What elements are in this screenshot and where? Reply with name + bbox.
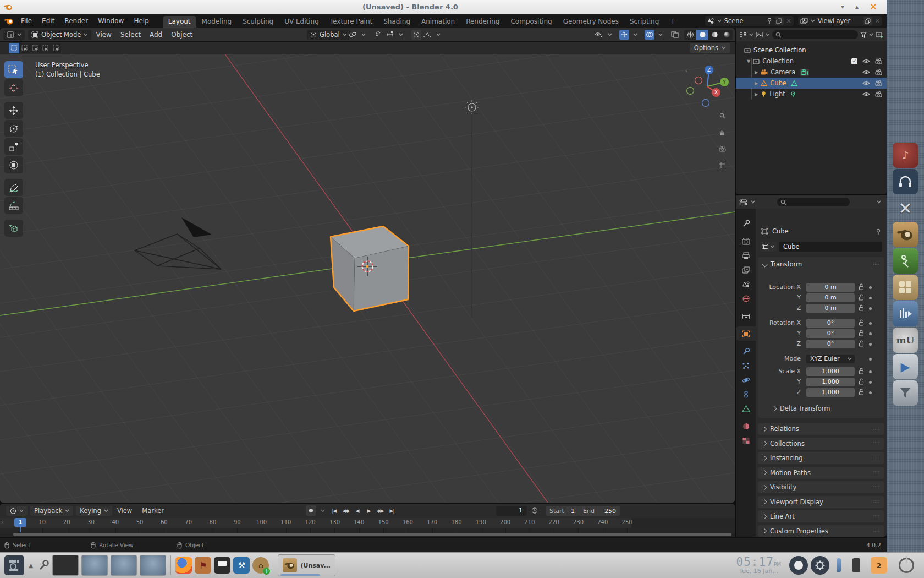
pin-icon[interactable] <box>767 18 772 24</box>
workspace-tab-sculpting[interactable]: Sculpting <box>237 16 279 28</box>
viewlayer-selector[interactable]: ViewLayer ✕ <box>798 16 882 26</box>
value-field[interactable]: 1.000 <box>806 388 855 397</box>
workspace-tab-layout[interactable]: Layout <box>163 16 196 28</box>
eye-icon[interactable] <box>862 58 870 64</box>
properties-tab-output[interactable] <box>736 248 756 263</box>
taskbar-window-button[interactable]: (Unsav... <box>278 554 336 576</box>
timeline-menu-playback[interactable]: Playback <box>30 506 73 516</box>
next-keyframe-button[interactable]: ◆▶ <box>375 505 386 516</box>
workspace-tab-shading[interactable]: Shading <box>378 16 416 28</box>
eye-icon[interactable] <box>862 80 870 86</box>
workspace-tab-rendering[interactable]: Rendering <box>460 16 505 28</box>
animate-dot-icon[interactable] <box>869 322 872 325</box>
workspace-tab-compositing[interactable]: Compositing <box>505 16 557 28</box>
material-shading-icon[interactable] <box>708 30 721 40</box>
animate-dot-icon[interactable] <box>869 297 872 299</box>
transform-panel-title[interactable]: Transform <box>771 260 802 268</box>
plug-tray-icon[interactable] <box>853 558 860 572</box>
timeline-editor-type-button[interactable] <box>6 506 28 516</box>
panel-custom-properties[interactable]: Custom Properties∷∷ <box>758 525 884 537</box>
disclosure-triangle-icon[interactable]: ▶ <box>755 92 758 97</box>
timeline-ruler[interactable]: 1020304050607080901001101201301401501601… <box>0 518 735 528</box>
properties-tab-render[interactable] <box>736 234 756 248</box>
play-button[interactable]: ▶ <box>364 505 374 516</box>
xray-toggle-icon[interactable] <box>670 30 680 40</box>
workspace-tab-geometry-nodes[interactable]: Geometry Nodes <box>558 16 624 28</box>
id-type-button[interactable] <box>760 242 777 252</box>
properties-tab-tool[interactable] <box>736 216 756 231</box>
scrollbar-thumb[interactable] <box>13 533 732 536</box>
zoom-icon[interactable] <box>716 110 728 122</box>
disclosure-triangle-icon[interactable]: ▶ <box>755 70 758 75</box>
timeline-scrollbar[interactable] <box>0 532 735 537</box>
panel-instancing[interactable]: Instancing∷∷ <box>758 452 884 464</box>
properties-tab-material[interactable] <box>736 419 756 433</box>
use-preview-range-icon[interactable] <box>531 507 538 514</box>
properties-tab-collection[interactable] <box>736 309 756 323</box>
value-field[interactable]: 0 m <box>806 293 855 302</box>
properties-tab-physics[interactable] <box>736 373 756 387</box>
lock-open-icon[interactable] <box>858 319 865 326</box>
timeline-menu-keying[interactable]: Keying <box>76 506 112 516</box>
select-mode-select-lasso[interactable] <box>40 43 51 53</box>
workspace-tab-scripting[interactable]: Scripting <box>624 16 664 28</box>
workspace-tab-animation[interactable]: Animation <box>416 16 460 28</box>
lock-open-icon[interactable] <box>858 340 865 347</box>
close-button[interactable]: × <box>867 0 880 14</box>
tool-measure[interactable] <box>4 197 23 214</box>
mode-dropdown[interactable]: Object Mode <box>28 30 91 40</box>
playhead[interactable]: 1 <box>14 518 26 527</box>
properties-tab-view-layer[interactable] <box>736 263 756 277</box>
current-frame-field[interactable]: 1 <box>496 506 527 516</box>
outliner-row-camera[interactable]: ▶Camera <box>736 67 887 78</box>
animate-dot-icon[interactable] <box>869 370 872 373</box>
lock-open-icon[interactable] <box>858 378 865 385</box>
chevron-down-icon[interactable] <box>359 30 369 40</box>
select-mode-select-circle[interactable] <box>30 43 40 53</box>
tool-transform[interactable] <box>4 156 23 173</box>
panel-relations[interactable]: Relations∷∷ <box>758 423 884 435</box>
menu-file[interactable]: File <box>16 14 37 28</box>
toggle-ortho-icon[interactable] <box>716 159 728 171</box>
eye-icon[interactable] <box>862 91 870 97</box>
panel-expand-icon[interactable]: ▲ <box>27 562 35 569</box>
viewport-menu-select[interactable]: Select <box>116 31 145 39</box>
panel-collections[interactable]: Collections∷∷ <box>758 438 884 450</box>
panel-motion-paths[interactable]: Motion Paths∷∷ <box>758 467 884 479</box>
properties-search-input[interactable] <box>777 198 850 206</box>
proportional-editing-icon[interactable] <box>411 30 421 40</box>
dock-item-red-audio-app[interactable]: ♪ <box>893 143 918 168</box>
eye-icon[interactable] <box>862 69 870 75</box>
lock-open-icon[interactable] <box>858 304 865 311</box>
select-mode-tweak[interactable] <box>9 43 19 53</box>
outliner-row-scene-collection[interactable]: Scene Collection <box>736 45 887 56</box>
camera-icon[interactable] <box>875 80 882 86</box>
maximize-button[interactable]: ▴ <box>850 0 864 14</box>
solid-shading-icon[interactable] <box>696 30 708 40</box>
lock-open-icon[interactable] <box>858 389 865 395</box>
clock[interactable]: 05:17PM Tue, 16 Jan... <box>736 556 781 575</box>
expand-left-icon[interactable]: › <box>1 519 3 525</box>
panel-visibility[interactable]: Visibility∷∷ <box>758 481 884 493</box>
outliner-search-input[interactable] <box>772 30 858 39</box>
lock-open-icon[interactable] <box>858 330 865 336</box>
blender-logo-icon[interactable] <box>4 17 14 26</box>
unlink-scene-icon[interactable]: ✕ <box>787 18 791 25</box>
outliner-row-cube[interactable]: ▶Cube <box>736 78 887 89</box>
scene-selector[interactable]: Scene ✕ <box>705 16 794 26</box>
workspace-tab-texture-paint[interactable]: Texture Paint <box>324 16 378 28</box>
pan-hand-icon[interactable] <box>716 126 728 138</box>
camera-view-icon[interactable] <box>716 143 728 155</box>
camera-icon[interactable] <box>875 69 882 75</box>
object-name-field[interactable]: Cube <box>779 242 882 252</box>
dock-item-green-runner-app[interactable] <box>893 248 918 274</box>
menu-render[interactable]: Render <box>59 14 93 28</box>
options-dropdown[interactable]: Options <box>690 43 730 53</box>
tool-move[interactable] <box>4 102 23 119</box>
workspace-thumbnail-2[interactable] <box>81 555 108 576</box>
properties-tab-data[interactable] <box>736 401 756 416</box>
dock-item-media-mixer-app[interactable] <box>893 301 918 326</box>
keyring-app-icon[interactable]: + ⌂ <box>252 557 269 574</box>
dock-item-headphones-app[interactable] <box>893 169 918 194</box>
delta-transform-panel-header[interactable]: Delta Transform <box>772 405 831 412</box>
